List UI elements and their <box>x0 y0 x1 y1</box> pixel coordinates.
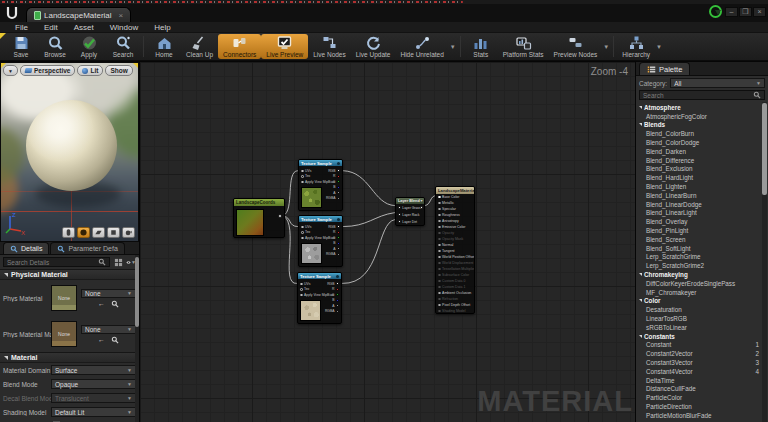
node-landscapecoords[interactable]: LandscapeCoords <box>233 198 285 238</box>
palette-item-lerp_scratchgrime2[interactable]: Lerp_ScratchGrime2 <box>636 261 768 270</box>
palette-item-blend_difference[interactable]: Blend_Difference <box>636 156 768 165</box>
minimize-button[interactable]: – <box>725 7 738 17</box>
asset-thumbnail[interactable]: None <box>51 321 77 347</box>
node-texture-sample-3[interactable]: Texture SampleUVsTexApply View MipBiasRG… <box>297 272 342 324</box>
browse-to-asset-icon[interactable] <box>111 336 119 344</box>
asset-thumbnail[interactable]: None <box>51 285 77 311</box>
preview-viewport[interactable]: Z X ▼ Perspective Lit Show <box>0 62 139 242</box>
asset-tab[interactable]: LandscapeMaterial × <box>26 7 131 22</box>
output-pin[interactable] <box>278 214 282 218</box>
browse-to-asset-icon[interactable] <box>111 300 119 308</box>
chevron-down-icon[interactable]: ▼ <box>656 44 662 50</box>
menu-edit[interactable]: Edit <box>37 23 65 32</box>
palette-item-blend_colordodge[interactable]: Blend_ColorDodge <box>636 138 768 147</box>
node-texture-sample-1[interactable]: Texture SampleUVsTexApply View MipBiasRG… <box>298 159 343 211</box>
custom-mesh-button[interactable] <box>122 227 135 238</box>
apply-button[interactable]: Apply <box>72 34 106 59</box>
palette-category-color[interactable]: Color <box>636 297 768 306</box>
palette-item-desaturation[interactable]: Desaturation <box>636 305 768 314</box>
tab-details[interactable]: Details <box>3 242 49 254</box>
chevron-down-icon[interactable]: ▼ <box>450 44 456 50</box>
unreal-launcher-icon[interactable] <box>709 5 722 18</box>
maximize-button[interactable]: ❒ <box>739 7 752 17</box>
asset-dropdown[interactable]: None▼ <box>81 325 136 334</box>
close-tab-icon[interactable]: × <box>119 11 124 20</box>
live-nodes-button[interactable]: Live Nodes <box>308 34 351 59</box>
palette-search-input[interactable]: Search <box>639 90 765 100</box>
search-button[interactable]: Search <box>106 34 140 59</box>
category-dropdown[interactable]: All▼ <box>670 78 765 88</box>
value-dropdown[interactable]: Surface▼ <box>51 365 136 375</box>
perspective-button[interactable]: Perspective <box>20 65 76 76</box>
menu-window[interactable]: Window <box>103 23 145 32</box>
preview-nodes-button[interactable]: Preview Nodes <box>549 34 603 59</box>
palette-item-blend_pinlight[interactable]: Blend_PinLight <box>636 226 768 235</box>
use-selected-icon[interactable]: ← <box>98 300 105 307</box>
palette-item-constant2vector[interactable]: Constant2Vector2 <box>636 349 768 358</box>
palette-item-blend_overlay[interactable]: Blend_Overlay <box>636 217 768 226</box>
live-update-button[interactable]: Live Update <box>351 34 396 59</box>
platform-stats-button[interactable]: Platform Stats <box>498 34 549 59</box>
material-graph-canvas[interactable]: LandscapeCoords Texture SampleUVsTexAppl… <box>140 62 636 422</box>
palette-item-particlemotionblurfade[interactable]: ParticleMotionBlurFade <box>636 411 768 420</box>
palette-item-lerp_scratchgrime[interactable]: Lerp_ScratchGrime <box>636 253 768 262</box>
palette-item-blend_linearburn[interactable]: Blend_LinearBurn <box>636 191 768 200</box>
menu-help[interactable]: Help <box>147 23 177 32</box>
lit-button[interactable]: Lit <box>77 65 103 76</box>
palette-category-constants[interactable]: Constants <box>636 332 768 341</box>
value-dropdown[interactable]: Default Lit▼ <box>51 407 136 417</box>
sphere-mesh-button[interactable] <box>77 227 90 238</box>
cylinder-mesh-button[interactable] <box>62 227 75 238</box>
palette-item-distancecullfade[interactable]: DistanceCullFade <box>636 385 768 394</box>
palette-item-particlecolor[interactable]: ParticleColor <box>636 393 768 402</box>
palette-item-atmosphericfogcolor[interactable]: AtmosphericFogColor <box>636 112 768 121</box>
asset-dropdown[interactable]: None▼ <box>81 289 136 298</box>
palette-scrollbar[interactable] <box>762 102 767 422</box>
section-header-physical-material[interactable]: Physical Material <box>0 269 139 280</box>
palette-category-atmosphere[interactable]: Atmosphere <box>636 103 768 112</box>
clean-up-button[interactable]: Clean Up <box>181 34 218 59</box>
palette-item-blend_darken[interactable]: Blend_Darken <box>636 147 768 156</box>
tab-parameter-defaults[interactable]: Parameter Defa <box>50 242 124 254</box>
search-details-input[interactable]: Search Details <box>3 257 110 267</box>
hide-unrelated-button[interactable]: Hide Unrelated <box>395 34 448 59</box>
section-header-material[interactable]: Material <box>0 352 139 363</box>
details-scrollbar[interactable] <box>135 255 139 422</box>
palette-item-diffcolorkeyererodesinglepass[interactable]: DiffColorKeyerErodeSinglePass <box>636 279 768 288</box>
palette-item-srgbtolinear[interactable]: sRGBToLinear <box>636 323 768 332</box>
palette-item-blend_hardlight[interactable]: Blend_HardLight <box>636 173 768 182</box>
input-pin-layer-rock[interactable]: Layer Rock <box>396 211 424 218</box>
output-pin-rgba[interactable]: RGBA <box>326 196 340 202</box>
tab-palette[interactable]: Palette <box>639 62 690 75</box>
cube-mesh-button[interactable] <box>107 227 120 238</box>
node-layer-blend[interactable]: Layer Blend▼ Layer GrassLayer RockLayer … <box>395 197 425 226</box>
save-button[interactable]: Save <box>4 34 38 59</box>
palette-item-deltatime[interactable]: DeltaTime <box>636 376 768 385</box>
palette-item-blend_softlight[interactable]: Blend_SoftLight <box>636 244 768 253</box>
show-button[interactable]: Show <box>105 65 132 76</box>
palette-item-blend_colorburn[interactable]: Blend_ColorBurn <box>636 129 768 138</box>
use-selected-icon[interactable]: ← <box>98 336 105 343</box>
node-landscapematerial[interactable]: LandscapeMaterial Base ColorMetallicSpec… <box>435 186 475 314</box>
palette-item-particledirection[interactable]: ParticleDirection <box>636 402 768 411</box>
palette-item-blend_linearlight[interactable]: Blend_LinearLight <box>636 209 768 218</box>
palette-item-blend_exclusion[interactable]: Blend_Exclusion <box>636 165 768 174</box>
palette-item-blend_lighten[interactable]: Blend_Lighten <box>636 182 768 191</box>
home-button[interactable]: Home <box>147 34 181 59</box>
output-pin-rgba[interactable]: RGBA <box>325 309 339 315</box>
collapse-icon[interactable] <box>337 218 340 221</box>
connectors-button[interactable]: Connectors <box>218 34 261 59</box>
browse-button[interactable]: Browse <box>38 34 72 59</box>
palette-item-mf_chromakeyer[interactable]: MF_Chromakeyer <box>636 288 768 297</box>
menu-file[interactable]: File <box>8 23 35 32</box>
chevron-down-icon[interactable]: ▼ <box>420 199 423 203</box>
palette-item-blend_screen[interactable]: Blend_Screen <box>636 235 768 244</box>
palette-item-lineartosrgb[interactable]: LinearTosRGB <box>636 314 768 323</box>
palette-category-blends[interactable]: Blends <box>636 121 768 130</box>
hierarchy-button[interactable]: Hierarchy <box>617 34 655 59</box>
value-dropdown[interactable]: Opaque▼ <box>51 379 136 389</box>
collapse-icon[interactable] <box>336 275 339 278</box>
collapse-icon[interactable] <box>337 162 340 165</box>
output-pin[interactable] <box>420 206 423 209</box>
palette-item-constant[interactable]: Constant1 <box>636 341 768 350</box>
